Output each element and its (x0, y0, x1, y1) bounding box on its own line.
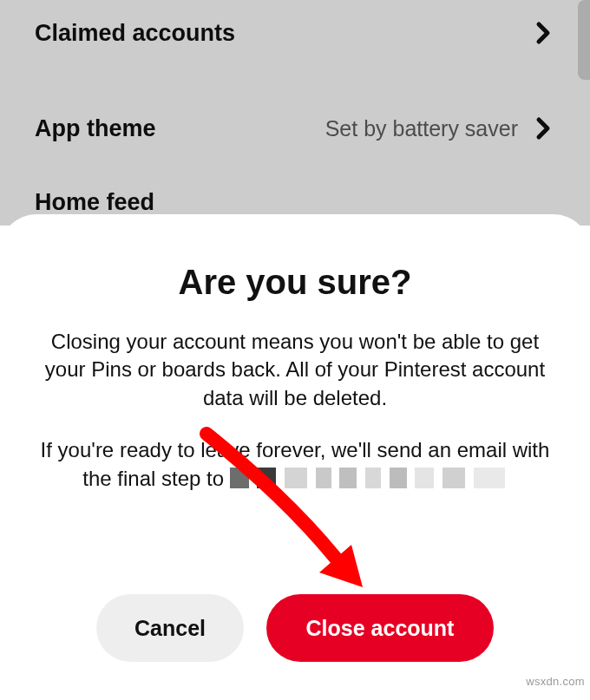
modal-button-row: Cancel Close account (0, 594, 590, 662)
redacted-email (230, 468, 508, 488)
confirm-close-account-sheet: Are you sure? Closing your account means… (0, 214, 590, 700)
modal-body-1: Closing your account means you won't be … (35, 328, 555, 412)
close-account-button[interactable]: Close account (266, 594, 494, 662)
backdrop-dimmer (0, 0, 590, 226)
modal-title: Are you sure? (35, 263, 555, 302)
watermark: wsxdn.com (526, 675, 585, 688)
page-background: Claimed accounts App theme Set by batter… (0, 0, 590, 700)
modal-body-2: If you're ready to leave forever, we'll … (35, 436, 555, 493)
cancel-button[interactable]: Cancel (96, 594, 244, 662)
